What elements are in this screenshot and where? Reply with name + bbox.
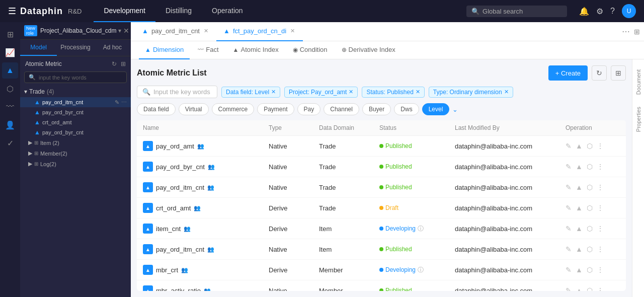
right-panel-properties[interactable]: Properties <box>633 101 643 138</box>
tab-pay-ord-itm-cnt[interactable]: ▲ pay_ord_itm_cnt ✕ <box>135 22 216 41</box>
more-op-icon[interactable]: ⋮ <box>597 204 604 212</box>
left-tab-processing[interactable]: Processing <box>57 40 94 56</box>
filter-tag-project[interactable]: Project: Pay_ord_amt ✕ <box>284 87 358 98</box>
left-tab-adhoc[interactable]: Ad hoc <box>94 40 131 56</box>
share-op-icon[interactable]: ⬡ <box>587 142 593 150</box>
list-item[interactable]: ▲ pay_ord_itm_cnt ✎ ⋯ <box>20 97 131 107</box>
tab-fct-pay-ord-cn-di[interactable]: ▲ fct_pay_ord_cn_di ✕ <box>216 22 303 41</box>
share-op-icon[interactable]: ⬡ <box>587 204 593 212</box>
delete-icon[interactable]: ✕ <box>123 27 129 35</box>
create-button[interactable]: + Create <box>548 65 588 81</box>
cat-pill-commerce[interactable]: Commerce <box>212 103 255 115</box>
add-icon[interactable]: ⊞ <box>121 60 126 67</box>
people-icon[interactable]: 👥 <box>181 267 188 273</box>
people-icon[interactable]: 👥 <box>204 287 211 291</box>
share-op-icon[interactable]: ⬡ <box>587 183 593 191</box>
share-op-icon[interactable]: ⬡ <box>587 163 593 171</box>
share-op-icon[interactable]: ⬡ <box>587 245 593 253</box>
people-icon[interactable]: 👥 <box>207 246 214 253</box>
tree-group-member[interactable]: ▶ ⊞ Member(2) <box>20 148 131 159</box>
edit-op-icon[interactable]: ✎ <box>566 245 572 253</box>
tab-distilling[interactable]: Distilling <box>155 0 202 22</box>
publish-op-icon[interactable]: ▲ <box>576 142 583 150</box>
people-icon[interactable]: 👥 <box>208 164 215 170</box>
global-search[interactable]: 🔍 Global search <box>466 6 567 17</box>
more-op-icon[interactable]: ⋮ <box>597 142 604 150</box>
cat-pill-virtual[interactable]: Virtual <box>179 103 209 115</box>
tree-group-item[interactable]: ▶ ⊞ Item (2) <box>20 137 131 148</box>
share-op-icon[interactable]: ⬡ <box>587 286 593 291</box>
sub-tab-atomic-index[interactable]: ▲ Atomic Index <box>227 41 285 59</box>
sub-tab-dimension[interactable]: ▲ Dimension <box>139 41 190 59</box>
list-item[interactable]: ▲ pay_ord_byr_cnt <box>20 127 131 137</box>
edit-op-icon[interactable]: ✎ <box>566 163 572 171</box>
cat-pill-dws[interactable]: Dws <box>394 103 419 115</box>
more-op-icon[interactable]: ⋮ <box>597 163 604 171</box>
sidebar-icon-chart[interactable]: 📈 <box>2 44 18 60</box>
publish-op-icon[interactable]: ▲ <box>576 225 583 233</box>
publish-op-icon[interactable]: ▲ <box>576 183 583 191</box>
sidebar-icon-graph[interactable]: 〰 <box>2 99 18 115</box>
tree-group-log[interactable]: ▶ ⊞ Log(2) <box>20 159 131 169</box>
publish-op-icon[interactable]: ▲ <box>576 204 583 212</box>
help-icon[interactable]: ? <box>610 7 615 16</box>
filter-remove-icon[interactable]: ✕ <box>504 89 509 95</box>
publish-op-icon[interactable]: ▲ <box>576 266 583 274</box>
sub-tab-condition[interactable]: ◉ Condition <box>287 41 334 59</box>
cat-pill-channel[interactable]: Channel <box>324 103 359 115</box>
tab-settings-icon[interactable]: ⊞ <box>634 28 640 36</box>
sidebar-icon-atomic[interactable]: ▲ <box>2 62 18 79</box>
filter-remove-icon[interactable]: ✕ <box>416 89 420 95</box>
cat-pill-payment[interactable]: Payment <box>257 103 294 115</box>
refresh-button[interactable]: ↻ <box>592 65 607 81</box>
people-icon[interactable]: 👥 <box>207 184 214 191</box>
edit-op-icon[interactable]: ✎ <box>566 183 572 191</box>
share-op-icon[interactable]: ⬡ <box>587 266 593 274</box>
filter-remove-icon[interactable]: ✕ <box>271 89 276 95</box>
share-op-icon[interactable]: ⬡ <box>587 225 593 233</box>
list-item[interactable]: ▲ pay_ord_byr_cnt <box>20 107 131 117</box>
user-avatar[interactable]: U <box>622 4 636 18</box>
more-op-icon[interactable]: ⋮ <box>597 183 604 191</box>
tab-more-icon[interactable]: ⋯ <box>622 27 630 36</box>
view-toggle-button[interactable]: ⊞ <box>611 65 626 81</box>
sidebar-icon-check[interactable]: ✓ <box>2 135 18 151</box>
filter-tag-status[interactable]: Status: Published ✕ <box>362 87 424 98</box>
tree-group-trade[interactable]: ▾ Trade (4) <box>20 86 131 97</box>
edit-op-icon[interactable]: ✎ <box>566 225 572 233</box>
people-icon[interactable]: 👥 <box>194 205 201 211</box>
right-panel-document[interactable]: Document <box>633 63 643 101</box>
info-icon[interactable]: ⓘ <box>418 225 424 233</box>
menu-icon[interactable]: ☰ <box>8 6 16 17</box>
more-op-icon[interactable]: ⋮ <box>597 286 604 291</box>
more-op-icon[interactable]: ⋮ <box>597 245 604 253</box>
cat-pill-buyer[interactable]: Buyer <box>362 103 391 115</box>
cat-pill-level[interactable]: Level <box>422 103 450 115</box>
publish-op-icon[interactable]: ▲ <box>576 163 583 171</box>
edit-op-icon[interactable]: ✎ <box>566 142 572 150</box>
refresh-icon[interactable]: ↻ <box>112 60 117 67</box>
cat-pill-pay[interactable]: Pay <box>297 103 321 115</box>
filter-tag-data-field[interactable]: Data field: Level ✕ <box>221 87 280 98</box>
tree-search[interactable]: 🔍 input the key words <box>24 71 127 83</box>
cat-pill-data-field[interactable]: Data field <box>137 103 176 115</box>
settings-icon[interactable]: ⚙ <box>596 7 603 16</box>
tab-close-button[interactable]: ✕ <box>203 27 209 35</box>
people-icon[interactable]: 👥 <box>197 143 204 150</box>
edit-icon[interactable]: ✎ <box>115 99 119 106</box>
list-item[interactable]: ▲ crt_ord_amt <box>20 117 131 127</box>
sub-tab-fact[interactable]: 〰 Fact <box>192 41 224 59</box>
publish-op-icon[interactable]: ▲ <box>576 245 583 253</box>
search-input-bar[interactable]: 🔍 Input the key words <box>137 86 217 98</box>
tab-development[interactable]: Development <box>94 0 155 22</box>
left-tab-model[interactable]: Model <box>20 40 57 56</box>
filter-tag-type[interactable]: Type: Ordinary dimension ✕ <box>429 87 513 98</box>
sidebar-icon-layers[interactable]: ⬡ <box>2 81 18 97</box>
more-op-icon[interactable]: ⋮ <box>597 266 604 274</box>
tab-close-button[interactable]: ✕ <box>289 27 296 35</box>
project-selector[interactable]: New role Project_Alibaba_Cloud_cdm ▾ ✕ <box>20 22 131 40</box>
edit-op-icon[interactable]: ✎ <box>566 204 572 212</box>
more-icon[interactable]: ⋯ <box>121 99 127 106</box>
info-icon[interactable]: ⓘ <box>418 266 424 274</box>
sidebar-icon-person[interactable]: 👤 <box>2 117 18 133</box>
